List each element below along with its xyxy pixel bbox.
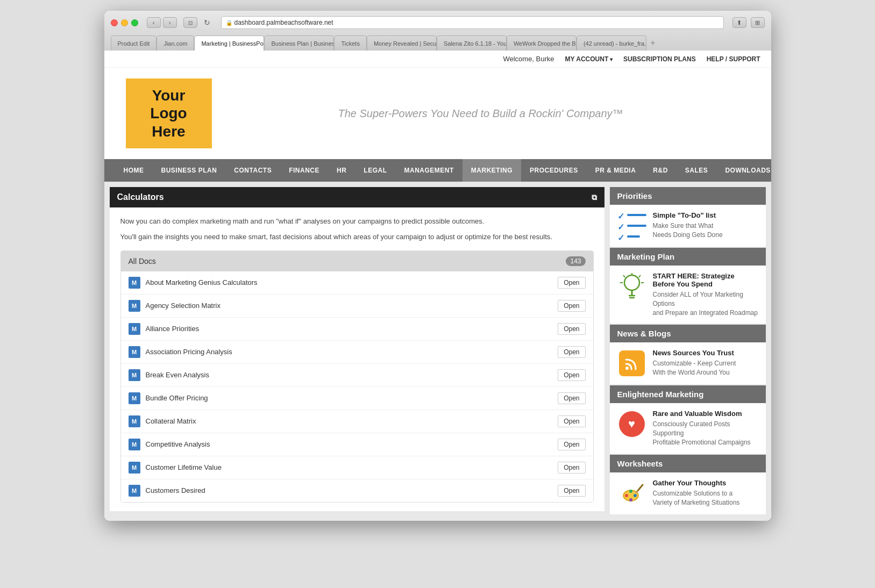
calculators-header: Calculators ⧉ [110, 187, 604, 207]
right-sidebar: Priorities ✓ ✓ ✓ Simple "To-Do" list Mak… [610, 187, 766, 515]
doc-item: M Collateral Matrix Open [121, 410, 593, 433]
rss-icon [619, 350, 645, 376]
doc-item: M Competitive Analysis Open [121, 433, 593, 456]
nav-item-r-d[interactable]: R&D [644, 159, 677, 182]
doc-name[interactable]: Alliance Priorities [146, 325, 558, 333]
nav-item-business-plan[interactable]: BUSINESS PLAN [153, 159, 226, 182]
site-header: Your Logo Here The Super-Powers You Need… [104, 68, 771, 159]
open-doc-button[interactable]: Open [558, 415, 585, 427]
open-doc-button[interactable]: Open [558, 300, 585, 312]
sidebar-section-text: News Sources You Trust Customizable - Ke… [653, 349, 736, 377]
subscription-plans-link[interactable]: SUBSCRIPTION PLANS [623, 55, 696, 63]
address-bar[interactable]: 🔒 dashboard.palmbeachsoftware.net [221, 16, 724, 29]
svg-point-13 [634, 494, 637, 497]
new-tab-plus-button[interactable]: + [646, 37, 659, 49]
open-doc-button[interactable]: Open [558, 323, 585, 335]
doc-item: M Customer Lifetime Value Open [121, 456, 593, 479]
tagline-text: The Super-Powers You Need to Build a Roc… [338, 107, 623, 119]
sidebar-section-text: Rare and Valuable Wisdom Consciously Cur… [653, 410, 758, 447]
minimize-button[interactable] [121, 19, 128, 26]
sidebar-section-body: Gather Your Thoughts Customizable Soluti… [610, 472, 766, 514]
doc-name[interactable]: Agency Selection Matrix [146, 302, 558, 310]
open-doc-button[interactable]: Open [558, 392, 585, 404]
sidebar-section-title[interactable]: Gather Your Thoughts [653, 479, 740, 487]
svg-line-5 [623, 275, 625, 277]
my-account-link[interactable]: MY ACCOUNT [565, 55, 613, 63]
doc-item: M Agency Selection Matrix Open [121, 295, 593, 318]
sidebar-section-desc: Consciously Curated Posts SupportingProf… [653, 420, 758, 447]
sidebar-section-text: Gather Your Thoughts Customizable Soluti… [653, 479, 740, 507]
open-doc-button[interactable]: Open [558, 462, 585, 474]
open-doc-button[interactable]: Open [558, 346, 585, 358]
browser-tab-2[interactable]: Marketing | BusinessPo... [194, 35, 264, 51]
new-tab-button[interactable]: ⊞ [751, 17, 765, 28]
lightbulb-icon [619, 272, 645, 301]
browser-tab-3[interactable]: Business Plan | Business... [264, 35, 334, 51]
sidebar-section-marketing-plan: Marketing Plan START HERE: Strategize Be… [610, 248, 766, 324]
sidebar-section-title[interactable]: START HERE: Strategize Before You Spend [653, 272, 758, 288]
browser-tab-5[interactable]: Money Revealed | Secur... [367, 35, 437, 51]
open-doc-button[interactable]: Open [558, 277, 585, 289]
sidebar-section-title[interactable]: Simple "To-Do" list [653, 211, 723, 219]
browser-tab-6[interactable]: Salena Zito 6.1.18 - YouT... [437, 35, 507, 51]
nav-item-marketing[interactable]: MARKETING [463, 159, 521, 182]
browser-tab-7[interactable]: WeWork Dropped the B... [507, 35, 577, 51]
reader-button[interactable]: ⊡ [183, 17, 197, 28]
open-doc-button[interactable]: Open [558, 485, 585, 497]
doc-name[interactable]: About Marketing Genius Calculators [146, 278, 558, 286]
doc-name[interactable]: Competitive Analysis [146, 440, 558, 448]
nav-item-hr[interactable]: HR [328, 159, 355, 182]
fullscreen-button[interactable] [131, 19, 138, 26]
browser-tab-1[interactable]: Jian.com [156, 35, 194, 51]
calculators-title: Calculators [117, 192, 164, 202]
browser-tab-8[interactable]: (42 unread) - burke_fra... [577, 35, 646, 51]
nav-item-legal[interactable]: LEGAL [355, 159, 395, 182]
sidebar-section-body: ♥ Rare and Valuable Wisdom Consciously C… [610, 403, 766, 453]
nav-item-contacts[interactable]: CONTACTS [225, 159, 280, 182]
sidebar-section-title[interactable]: Rare and Valuable Wisdom [653, 410, 758, 418]
browser-tab-0[interactable]: Product Edit [111, 35, 157, 51]
doc-icon: M [129, 346, 140, 358]
share-button[interactable]: ⬆ [732, 17, 746, 28]
nav-item-downloads[interactable]: DOWNLOADS [716, 159, 771, 182]
doc-name[interactable]: Customer Lifetime Value [146, 463, 558, 471]
doc-name[interactable]: Break Even Analysis [146, 371, 558, 379]
logo-text: Your Logo Here [150, 87, 187, 141]
nav-item-finance[interactable]: FINANCE [280, 159, 328, 182]
doc-name[interactable]: Bundle Offer Pricing [146, 394, 558, 402]
sidebar-icon-priorities: ✓ ✓ ✓ [617, 211, 646, 240]
intro-text-1: Now you can do complex marketing math an… [120, 216, 594, 227]
nav-item-home[interactable]: HOME [115, 159, 153, 182]
forward-button[interactable]: › [163, 17, 177, 28]
top-bar-links: MY ACCOUNT SUBSCRIPTION PLANS HELP / SUP… [565, 55, 760, 63]
open-doc-button[interactable]: Open [558, 439, 585, 450]
expand-icon[interactable]: ⧉ [592, 193, 597, 202]
top-bar: Welcome, Burke MY ACCOUNT SUBSCRIPTION P… [104, 51, 771, 68]
nav-item-management[interactable]: MANAGEMENT [396, 159, 463, 182]
docs-container: All Docs 143 M About Marketing Genius Ca… [120, 250, 594, 503]
doc-item: M Alliance Priorities Open [121, 318, 593, 341]
sidebar-section-header: Priorities [610, 187, 766, 205]
sidebar-section-title[interactable]: News Sources You Trust [653, 349, 736, 357]
close-button[interactable] [111, 19, 118, 26]
main-nav: HOMEBUSINESS PLANCONTACTSFINANCEHRLEGALM… [104, 159, 771, 182]
doc-name[interactable]: Customers Desired [146, 486, 558, 494]
nav-item-procedures[interactable]: PROCEDURES [521, 159, 587, 182]
reload-button[interactable]: ↻ [202, 17, 212, 28]
open-doc-button[interactable]: Open [558, 369, 585, 381]
nav-item-sales[interactable]: SALES [677, 159, 717, 182]
doc-icon: M [129, 300, 140, 312]
doc-icon: M [129, 439, 140, 450]
main-content: Calculators ⧉ Now you can do complex mar… [104, 182, 771, 521]
back-button[interactable]: ‹ [147, 17, 161, 28]
sidebar-section-desc: Customizable - Keep CurrentWith the Worl… [653, 359, 736, 377]
sidebar-section-worksheets: Worksheets Gather Your Thoughts Customiz… [610, 455, 766, 514]
doc-name[interactable]: Association Pricing Analysis [146, 348, 558, 356]
doc-name[interactable]: Collateral Matrix [146, 417, 558, 425]
doc-icon: M [129, 277, 140, 289]
doc-icon: M [129, 369, 140, 381]
browser-tab-4[interactable]: Tickets [334, 35, 366, 51]
sidebar-icon-worksheets [617, 479, 646, 508]
help-support-link[interactable]: HELP / SUPPORT [707, 55, 760, 63]
nav-item-pr---media[interactable]: PR & MEDIA [587, 159, 645, 182]
